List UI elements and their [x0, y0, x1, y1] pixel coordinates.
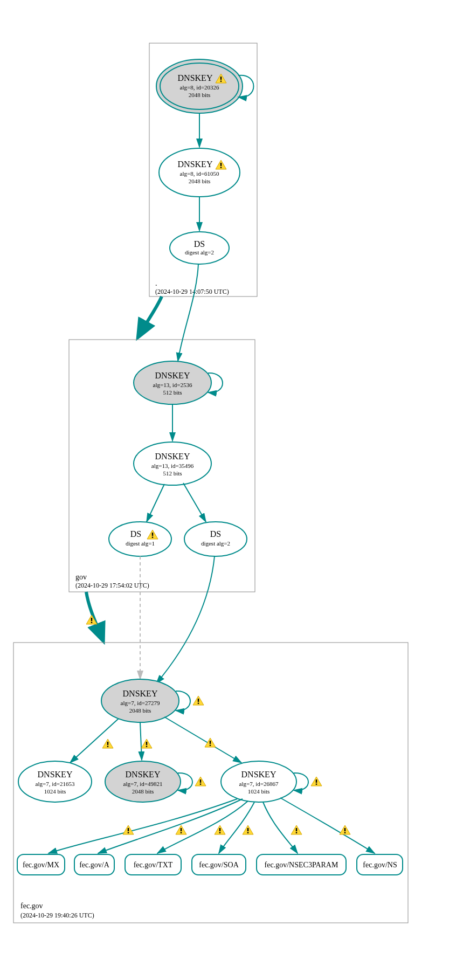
svg-text:fec.gov/TXT: fec.gov/TXT [134, 861, 173, 869]
warning-icon [311, 777, 322, 786]
warning-icon [123, 825, 134, 834]
warning-icon [215, 825, 225, 834]
svg-text:DNSKEY: DNSKEY [126, 770, 161, 779]
warning-icon [141, 739, 152, 748]
svg-text:1024 bits: 1024 bits [44, 788, 66, 795]
svg-text:DNSKEY: DNSKEY [38, 770, 73, 779]
svg-text:fec.gov/SOA: fec.gov/SOA [199, 861, 239, 869]
svg-text:DNSKEY: DNSKEY [155, 452, 190, 461]
svg-text:DNSKEY: DNSKEY [241, 770, 277, 779]
svg-text:alg=7, id=26867: alg=7, id=26867 [239, 781, 279, 787]
svg-text:fec.gov/MX: fec.gov/MX [23, 861, 59, 869]
zone-root-label: . [155, 279, 157, 287]
zone-fecgov-label: fec.gov [20, 902, 43, 910]
edge-k3-ns [280, 798, 375, 853]
warning-icon [102, 739, 113, 748]
svg-text:1024 bits: 1024 bits [248, 788, 270, 795]
zone-gov-timestamp: (2024-10-29 17:54:02 UTC) [75, 582, 149, 589]
svg-text:DNSKEY: DNSKEY [178, 73, 213, 82]
edge-k3-a [98, 799, 243, 853]
node-root-zsk: DNSKEY alg=8, id=61050 2048 bits [159, 148, 240, 197]
edge-fecksk-k2 [140, 722, 142, 760]
svg-text:fec.gov/NSEC3PARAM: fec.gov/NSEC3PARAM [265, 861, 338, 869]
rr-soa: fec.gov/SOA [192, 854, 246, 875]
svg-text:alg=7, id=27279: alg=7, id=27279 [121, 700, 160, 706]
svg-text:fec.gov/NS: fec.gov/NS [363, 861, 397, 869]
edge-fecksk-k1 [70, 719, 119, 763]
svg-point-23 [109, 522, 171, 556]
svg-text:512 bits: 512 bits [163, 389, 182, 396]
node-fec-k1: DNSKEY alg=7, id=21653 1024 bits [18, 761, 92, 802]
svg-text:DNSKEY: DNSKEY [123, 689, 158, 698]
svg-text:alg=7, id=21653: alg=7, id=21653 [36, 781, 75, 787]
edge-govzsk-ds1 [147, 484, 164, 522]
rr-a: fec.gov/A [74, 854, 114, 875]
edge-fecksk-k3 [164, 717, 241, 763]
edge-ds2-fecksk [156, 556, 215, 684]
edge-root-to-gov-deleg [139, 296, 162, 335]
node-gov-ds2: DS digest alg=2 [184, 522, 247, 556]
warning-icon [291, 825, 302, 834]
rr-txt: fec.gov/TXT [125, 854, 181, 875]
rr-nsec3: fec.gov/NSEC3PARAM [257, 854, 346, 875]
rr-ns: fec.gov/NS [357, 854, 403, 875]
edge-gov-to-fec-deleg [86, 592, 102, 639]
svg-text:alg=13, id=2536: alg=13, id=2536 [153, 382, 192, 388]
svg-text:DNSKEY: DNSKEY [178, 160, 213, 169]
edge-govzsk-ds2 [183, 483, 206, 522]
svg-text:DNSKEY: DNSKEY [155, 371, 190, 380]
warning-icon [195, 777, 206, 786]
warning-icon [176, 825, 186, 834]
warning-icon [193, 696, 204, 705]
svg-text:alg=8, id=20326: alg=8, id=20326 [180, 84, 219, 91]
zone-gov-label: gov [75, 573, 87, 581]
node-fec-ksk: DNSKEY alg=7, id=27279 2048 bits [101, 679, 179, 722]
svg-text:2048 bits: 2048 bits [189, 92, 211, 98]
edge-k3-mx [49, 799, 237, 853]
edge-k3-nsec3 [263, 802, 298, 853]
node-gov-zsk: DNSKEY alg=13, id=35496 512 bits [134, 442, 211, 485]
rr-mx: fec.gov/MX [17, 854, 65, 875]
node-root-ksk: DNSKEY alg=8, id=20326 2048 bits [156, 59, 243, 113]
svg-text:digest alg=2: digest alg=2 [185, 249, 214, 256]
warning-icon [340, 825, 350, 834]
svg-text:512 bits: 512 bits [163, 470, 182, 477]
node-gov-ksk: DNSKEY alg=13, id=2536 512 bits [134, 361, 211, 404]
svg-text:alg=7, id=49821: alg=7, id=49821 [123, 781, 163, 787]
edge-rootds-govksk [178, 264, 198, 361]
svg-text:digest alg=1: digest alg=1 [126, 540, 155, 547]
node-root-ds: DS digest alg=2 [170, 232, 229, 264]
svg-point-26 [184, 522, 247, 556]
node-fec-k2: DNSKEY alg=7, id=49821 2048 bits [105, 761, 181, 802]
zone-fecgov-timestamp: (2024-10-29 19:40:26 UTC) [20, 912, 94, 919]
svg-text:alg=8, id=61050: alg=8, id=61050 [180, 170, 219, 177]
svg-text:DS: DS [130, 529, 141, 539]
svg-text:DS: DS [210, 529, 221, 539]
svg-text:2048 bits: 2048 bits [189, 178, 211, 184]
svg-text:2048 bits: 2048 bits [129, 707, 151, 714]
zone-root-timestamp: (2024-10-29 14:07:50 UTC) [155, 288, 229, 295]
svg-text:DS: DS [194, 239, 205, 249]
node-fec-k3: DNSKEY alg=7, id=26867 1024 bits [221, 761, 296, 802]
svg-text:2048 bits: 2048 bits [132, 788, 154, 795]
node-gov-ds1: DS digest alg=1 [109, 522, 171, 556]
warning-icon [243, 825, 253, 834]
svg-text:fec.gov/A: fec.gov/A [79, 861, 109, 869]
svg-text:digest alg=2: digest alg=2 [201, 540, 230, 547]
svg-text:alg=13, id=35496: alg=13, id=35496 [151, 463, 194, 469]
